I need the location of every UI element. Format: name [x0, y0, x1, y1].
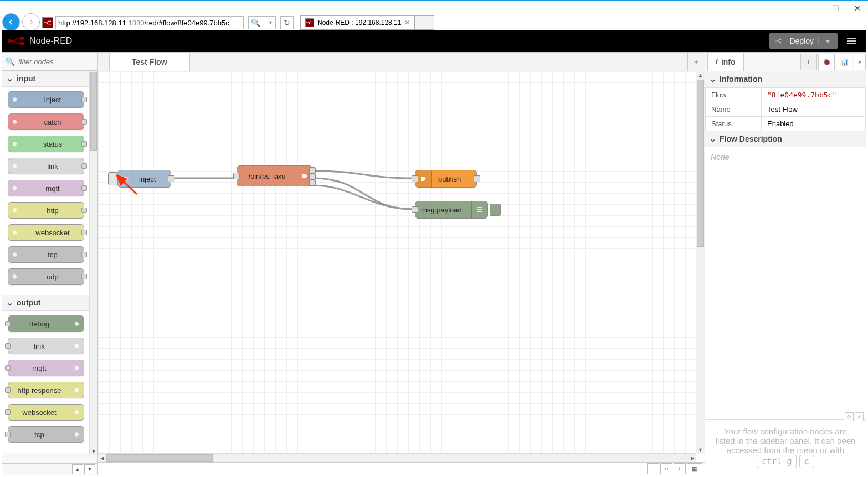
browser-back-button[interactable] — [2, 13, 20, 31]
palette-port — [5, 321, 11, 326]
websocket-icon — [74, 409, 80, 416]
main-menu-button[interactable] — [843, 33, 860, 49]
palette-collapse-up-button[interactable]: ▲ — [72, 464, 83, 474]
palette-node-mqtt[interactable]: mqtt — [8, 180, 84, 196]
palette-category-output[interactable]: ⌄output — [2, 295, 90, 311]
browser-forward-button[interactable] — [22, 13, 40, 31]
canvas-node-exec[interactable]: /bin/ps -axu — [237, 165, 312, 186]
hint-close-button[interactable]: ✕ — [855, 412, 864, 421]
scrollbar-thumb[interactable] — [697, 80, 704, 247]
output-port[interactable] — [474, 175, 480, 182]
svg-rect-3 — [20, 37, 24, 40]
palette-port — [5, 343, 11, 349]
canvas-node-inject[interactable]: inject — [117, 170, 171, 188]
navigator-button[interactable]: ▦ — [687, 463, 702, 474]
search-icon: 🔍 — [251, 18, 260, 27]
browser-search-box[interactable]: 🔍▼ — [248, 16, 276, 29]
palette-node-inject[interactable]: inject — [8, 91, 84, 108]
add-flow-button[interactable]: ＋ — [687, 53, 705, 71]
mqtt-icon — [74, 365, 80, 371]
zoom-in-button[interactable]: + — [674, 463, 686, 474]
zoom-out-button[interactable]: − — [647, 463, 659, 474]
debug-icon — [74, 320, 80, 327]
palette-port — [81, 208, 87, 213]
palette-category-input[interactable]: ⌄input — [2, 71, 90, 87]
canvas-node-debug[interactable]: msg.payload — [415, 201, 488, 219]
scroll-down-icon[interactable]: ▼ — [90, 448, 97, 455]
palette-node-link[interactable]: link — [8, 158, 84, 174]
palette-node-debug[interactable]: debug — [8, 315, 84, 332]
browser-tab[interactable]: Node-RED : 192.168.128.11 ✕ — [300, 15, 415, 30]
output-port-3[interactable] — [309, 179, 316, 186]
sidebar-tab-info[interactable]: i info — [707, 53, 744, 72]
input-port[interactable] — [412, 206, 418, 213]
palette-node-status[interactable]: status — [8, 136, 84, 152]
tcp-icon — [12, 251, 18, 258]
url-display: http://192.168.128.11:1880/red/#flow/8fe… — [58, 19, 241, 27]
palette-node-websocket[interactable]: websocket — [8, 224, 84, 241]
palette-node-http[interactable]: http — [8, 202, 84, 219]
info-icon: i — [716, 58, 718, 66]
section-flow-description[interactable]: ⌄Flow Description — [705, 131, 866, 147]
input-port[interactable] — [412, 175, 418, 182]
palette-port — [81, 163, 87, 169]
palette-node-tcp[interactable]: tcp — [8, 246, 84, 263]
output-port[interactable] — [168, 175, 174, 182]
sidebar-dropdown-button[interactable]: ▾ — [854, 54, 866, 70]
svg-point-1 — [50, 24, 51, 25]
palette-port — [81, 119, 87, 125]
sidebar-panel: i info i 🐞 📊 ▾ ⌄Information Flow"8fe04e9… — [705, 53, 866, 475]
palette-filter-input[interactable] — [17, 57, 94, 66]
deploy-icon — [775, 37, 785, 45]
flow-tab[interactable]: Test Flow — [109, 52, 190, 71]
palette-node-tcp[interactable]: tcp — [8, 426, 84, 443]
palette-collapse-down-button[interactable]: ▼ — [84, 464, 95, 474]
inject-trigger-button[interactable] — [108, 172, 118, 185]
hint-cycle-button[interactable]: ⟳ — [845, 412, 854, 421]
sidebar-debug-button[interactable]: 🐞 — [818, 54, 835, 70]
deploy-button[interactable]: Deploy ▾ — [769, 33, 838, 49]
info-name-value: Test Flow — [762, 102, 866, 117]
scrollbar-thumb[interactable] — [106, 454, 213, 462]
debug-toggle-button[interactable] — [490, 204, 501, 216]
palette-node-link[interactable]: link — [8, 338, 84, 354]
sidebar-tabs: i info i 🐞 📊 ▾ — [705, 53, 866, 71]
input-port[interactable] — [233, 173, 240, 179]
tab-close-icon[interactable]: ✕ — [404, 19, 410, 27]
scrollbar-thumb[interactable] — [90, 72, 97, 151]
canvas-scrollbar-horizontal[interactable]: ◀ ▶ — [98, 453, 696, 462]
palette-port — [81, 230, 87, 235]
sidebar-dashboard-button[interactable]: 📊 — [836, 54, 852, 70]
scroll-left-icon[interactable]: ◀ — [98, 454, 106, 462]
canvas-node-mqtt-publish[interactable]: publish — [415, 170, 477, 188]
palette-node-websocket[interactable]: websocket — [8, 404, 84, 421]
sidebar-info-button[interactable]: i — [800, 54, 817, 70]
scroll-right-icon[interactable]: ▶ — [689, 454, 696, 462]
palette-node-mqtt[interactable]: mqtt — [8, 360, 84, 376]
svg-rect-4 — [20, 42, 24, 45]
palette-footer: ▲ ▼ — [2, 463, 97, 475]
palette-node-catch[interactable]: catch — [8, 113, 84, 130]
palette-node-udp[interactable]: udp — [8, 268, 84, 285]
scroll-down-icon[interactable]: ▼ — [696, 446, 705, 454]
svg-rect-6 — [780, 42, 782, 43]
palette-node-http-response[interactable]: http response — [8, 382, 84, 398]
window-maximize-button[interactable]: ☐ — [826, 2, 845, 14]
udp-icon — [12, 273, 18, 280]
canvas-scrollbar-vertical[interactable]: ▲ ▼ — [696, 71, 705, 454]
info-table: Flow"8fe04e99.7bb5c" NameTest Flow Statu… — [705, 87, 866, 131]
window-minimize-button[interactable]: — — [804, 2, 823, 14]
deploy-caret-icon[interactable]: ▾ — [818, 37, 832, 45]
address-bar[interactable]: http://192.168.128.11:1880/red/#flow/8fe… — [55, 16, 244, 29]
zoom-reset-button[interactable]: ○ — [660, 463, 672, 474]
palette-search[interactable]: 🔍 — [2, 53, 97, 71]
new-tab-button[interactable] — [415, 15, 434, 30]
palette-scrollbar[interactable]: ▲ ▼ — [89, 71, 97, 455]
link-icon — [74, 343, 80, 349]
flow-canvas[interactable]: inject /bin/ps -axu — [98, 71, 696, 454]
section-information[interactable]: ⌄Information — [705, 71, 866, 87]
window-close-button[interactable]: ✕ — [848, 2, 867, 14]
scroll-up-icon[interactable]: ▲ — [696, 71, 705, 79]
refresh-button[interactable]: ↻ — [280, 16, 294, 29]
palette-port — [81, 141, 87, 147]
